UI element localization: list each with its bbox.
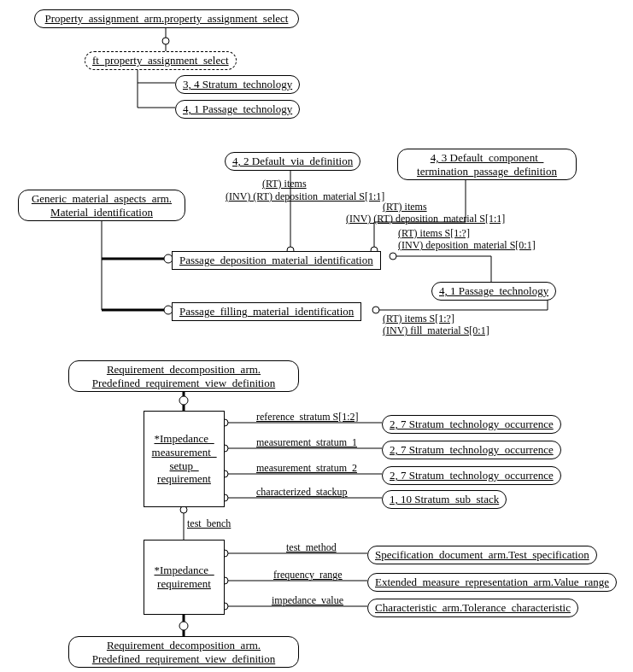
svg-point-43 (179, 622, 188, 630)
value-range: Extended_measure_representation_arm.Valu… (367, 573, 617, 592)
attr-test-bench: test_bench (187, 517, 231, 530)
label: 4, 2 Default_via_definition (232, 155, 353, 167)
lbl-inv-dep-1: (INV) (RT) deposition_material S[1:1] (226, 190, 384, 203)
label: Property_assignment_arm.property_assignm… (45, 12, 289, 25)
lbl-inv-dep-3: (INV) deposition_material S[0:1] (398, 239, 536, 252)
label: Passage_filling_material_identification (179, 305, 354, 318)
impedance-measurement-setup-requirement: *Impedance_ measurement_ setup_ requirem… (144, 411, 225, 507)
lbl-rt-items-2: (RT) items (383, 201, 427, 213)
lbl-rt-items-4: (RT) items S[1:?] (383, 313, 454, 325)
requirement-decomposition-bottom: Requirement_decomposition_arm. Predefine… (68, 636, 299, 668)
passage-technology-1: 4, 1 Passage_technology (175, 100, 300, 119)
l1: *Impedance_ (151, 432, 217, 446)
passage-deposition-material-identification: Passage_deposition_material_identificati… (172, 251, 381, 270)
l3: setup_ (151, 459, 217, 473)
label-line2: Predefined_requirement_view_definition (92, 652, 275, 665)
lbl-rt-items-3: (RT) items S[1:?] (398, 227, 470, 240)
l2: requirement (151, 577, 217, 591)
label-line1: Requirement_decomposition_arm. (107, 639, 261, 652)
generic-material-aspects: Generic_material_aspects_arm. Material_i… (18, 190, 185, 221)
impedance-requirement: *Impedance_ requirement (144, 540, 225, 615)
l1: *Impedance_ (151, 564, 217, 577)
lbl-inv-fill: (INV) fill_material S[0:1] (383, 324, 489, 337)
label-line2: termination_passage_definition (417, 165, 557, 178)
attr-reference-stratum: reference_stratum S[1:2] (256, 411, 359, 424)
stratum-tech-occ-2: 2, 7 Stratum_technology_occurrence (382, 441, 561, 459)
label: Generic_material_aspects_arm. Material_i… (32, 192, 172, 219)
l4: requirement (151, 472, 217, 486)
label: ft_property_assignment_select (92, 54, 229, 67)
label-line2: Predefined_requirement_view_definition (92, 377, 275, 389)
label-line1: Requirement_decomposition_arm. (107, 363, 261, 376)
lbl-inv-dep-2: (INV) (RT) deposition_material S[1:1] (346, 213, 505, 225)
attr-frequency-range: frequency_range (273, 569, 343, 581)
stratum-sub-stack: 1, 10 Stratum_sub_stack (382, 490, 507, 509)
attr-test-method: test_method (286, 541, 337, 554)
label: 3, 4 Stratum_technology (183, 78, 292, 91)
lbl-rt-items-1: (RT) items (262, 178, 307, 190)
stratum-tech-occ-1: 2, 7 Stratum_technology_occurrence (382, 415, 561, 434)
default-component-termination: 4, 3 Default_component_ termination_pass… (397, 149, 577, 180)
stratum-tech-occ-3: 2, 7 Stratum_technology_occurrence (382, 466, 561, 485)
svg-point-14 (390, 253, 396, 260)
svg-point-24 (179, 396, 188, 405)
label: 4, 1 Passage_technology (439, 284, 548, 297)
tolerance-characteristic: Characteristic_arm.Tolerance_characteris… (367, 599, 578, 617)
ft-property-assignment-select: ft_property_assignment_select (85, 51, 237, 70)
property-assignment-select: Property_assignment_arm.property_assignm… (34, 9, 299, 28)
attr-characterized-stackup: characterized_stackup (256, 486, 348, 499)
passage-technology-2: 4, 1 Passage_technology (431, 282, 556, 301)
default-via-definition: 4, 2 Default_via_definition (225, 152, 360, 171)
label-line1: 4, 3 Default_component_ (431, 151, 544, 164)
stratum-technology: 3, 4 Stratum_technology (175, 75, 300, 94)
passage-filling-material-identification: Passage_filling_material_identification (172, 302, 361, 321)
label: 4, 1 Passage_technology (183, 102, 292, 115)
test-specification: Specification_document_arm.Test_specific… (367, 546, 597, 564)
svg-point-22 (372, 307, 379, 313)
label: Passage_deposition_material_identificati… (179, 254, 373, 266)
svg-point-35 (180, 506, 187, 513)
l2: measurement_ (151, 446, 217, 459)
attr-measurement-stratum-2: measurement_stratum_2 (256, 462, 357, 475)
attr-impedance-value: impedance_value (272, 594, 343, 607)
attr-measurement-stratum-1: measurement_stratum_1 (256, 436, 357, 449)
svg-point-1 (162, 38, 169, 44)
requirement-decomposition-top: Requirement_decomposition_arm. Predefine… (68, 360, 299, 392)
